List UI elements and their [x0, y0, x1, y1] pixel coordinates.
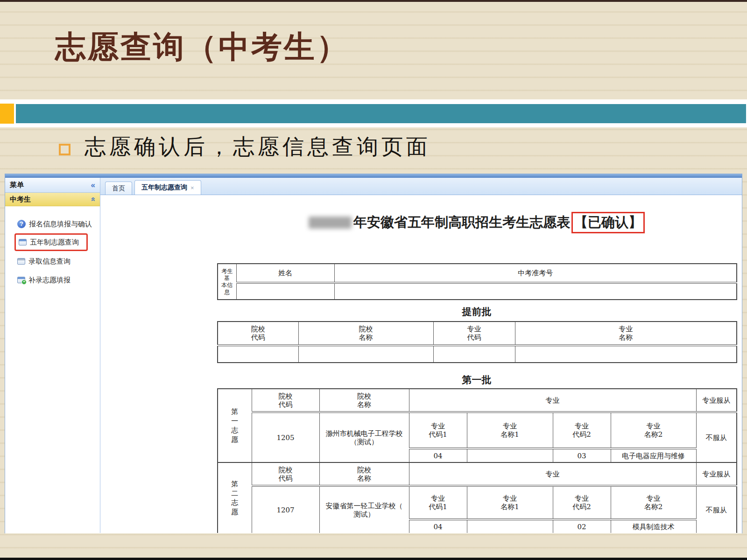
major-obey-header: 专业服从: [696, 389, 737, 412]
window-icon: [17, 258, 25, 265]
choice1-major-code2: 03: [553, 448, 611, 462]
choice2-label: 第 二 志 愿: [218, 462, 252, 533]
name-header-cell: 姓名: [236, 264, 334, 283]
major-name2-header: 专业 名称2: [611, 486, 696, 519]
major-name-header: 专业 名称: [515, 322, 737, 345]
major-name1-header: 专业 名称1: [467, 412, 553, 448]
choice2-major-code2: 02: [553, 519, 611, 533]
form-title: 年安徽省五年制高职招生考生志愿表: [353, 213, 570, 232]
tab-bar: 首页 五年制志愿查询 ×: [100, 178, 742, 195]
major-name2-header: 专业 名称2: [611, 412, 696, 448]
choice1-school-code: 1205: [252, 412, 319, 462]
choice2-obey-value: 不服从: [696, 486, 737, 533]
status-confirmed-badge: 【已确认】: [571, 212, 645, 233]
choice1-major-code1: 04: [409, 448, 467, 462]
sidebar-item-label: 报名信息填报与确认: [29, 220, 92, 229]
name-value-cell: [236, 283, 334, 300]
tab-label: 五年制志愿查询: [141, 183, 187, 192]
choice2-major-code1: 04: [409, 519, 467, 533]
tab-home[interactable]: 首页: [105, 182, 132, 195]
major-name1-header: 专业 名称1: [467, 486, 553, 519]
school-code-header: 院校 代码: [218, 322, 298, 345]
major-group-header: 专业: [409, 462, 696, 486]
school-name-header: 院校 名称: [319, 389, 409, 412]
school-code-header: 院校 代码: [252, 389, 319, 412]
bullet-square-icon: [59, 144, 70, 155]
form-window-icon: [19, 239, 27, 245]
sidebar-section-zhongkaosheng[interactable]: 中考生 «: [5, 193, 100, 206]
choice1-label: 第 一 志 愿: [218, 389, 252, 462]
divider-band: [0, 99, 747, 127]
form-content: 年安徽省五年制高职招生考生志愿表 【已确认】 考生基 本信息 姓名 中考准考号: [100, 195, 742, 533]
choice1-major-name1: [467, 448, 553, 462]
sidebar-item-luqu-chaxun[interactable]: 录取信息查询: [5, 252, 100, 271]
sidebar-header-label: 菜单: [10, 181, 24, 189]
tab-close-icon[interactable]: ×: [190, 184, 194, 191]
empty-cell: [515, 345, 737, 363]
first-batch-table: 第 一 志 愿 院校 代码 院校 名称 专业 专业服从 1205 滁州市机械电子…: [217, 388, 737, 533]
help-icon: [17, 220, 26, 228]
major-code2-header: 专业 代码2: [553, 412, 611, 448]
major-group-header: 专业: [409, 389, 696, 412]
school-name-header: 院校 名称: [319, 462, 409, 486]
first-batch-title: 第一批: [217, 373, 736, 386]
sidebar-item-label: 五年制志愿查询: [30, 238, 79, 247]
sidebar-header: 菜单 «: [5, 178, 100, 193]
sidebar-items: 报名信息填报与确认 五年制志愿查询 录取信息查询 补录志愿填报: [5, 206, 100, 289]
major-obey-header: 专业服从: [696, 462, 737, 486]
blurred-year: [309, 217, 352, 229]
bullet-row: 志愿确认后，志愿信息查询页面: [59, 133, 431, 161]
early-batch-title: 提前批: [217, 305, 736, 318]
sidebar-item-baoming[interactable]: 报名信息填报与确认: [5, 215, 100, 233]
major-code1-header: 专业 代码1: [409, 412, 467, 448]
choice2-school-code: 1207: [252, 486, 319, 533]
basic-side-header: 考生基 本信息: [218, 264, 236, 300]
sidebar-collapse-icon[interactable]: «: [91, 181, 95, 190]
form-title-row: 年安徽省五年制高职招生考生志愿表 【已确认】: [217, 212, 736, 233]
choice1-school-name: 滁州市机械电子工程学校 （测试）: [319, 412, 409, 462]
choice2-major-name1: [467, 519, 553, 533]
school-name-header: 院校 名称: [298, 322, 433, 345]
basic-info-table: 考生基 本信息 姓名 中考准考号: [217, 263, 737, 300]
app-screenshot: 菜单 « 中考生 « 报名信息填报与确认 五年制志愿查询 录取信息查询: [5, 174, 742, 533]
sidebar-item-label: 录取信息查询: [28, 257, 70, 266]
slide-top-border: [0, 0, 747, 2]
school-code-header: 院校 代码: [252, 462, 319, 486]
sidebar: 菜单 « 中考生 « 报名信息填报与确认 五年制志愿查询 录取信息查询: [5, 178, 100, 533]
sidebar-item-label: 补录志愿填报: [28, 276, 70, 285]
exam-no-header-cell: 中考准考号: [334, 264, 737, 283]
choice1-obey-value: 不服从: [696, 412, 737, 462]
major-code2-header: 专业 代码2: [553, 486, 611, 519]
tab-label: 首页: [112, 184, 125, 193]
choice1-major-name2: 电子电器应用与维修: [611, 448, 696, 462]
sidebar-item-wunianzhi-chaxun[interactable]: 五年制志愿查询: [14, 233, 88, 251]
major-code-header: 专业 代码: [433, 322, 515, 345]
empty-cell: [218, 345, 298, 363]
bullet-text: 志愿确认后，志愿信息查询页面: [85, 133, 431, 161]
divider-teal-bar: [16, 104, 746, 123]
early-batch-table: 院校 代码 院校 名称 专业 代码 专业 名称: [217, 321, 737, 363]
sidebar-item-bulu-tianbao[interactable]: 补录志愿填报: [5, 271, 100, 289]
choice2-school-name: 安徽省第一轻工业学校（ 测试）: [319, 486, 409, 533]
window-add-icon: [17, 277, 25, 283]
window-title-bar: [5, 174, 742, 178]
slide-bottom-border: [0, 558, 747, 560]
empty-cell: [298, 345, 433, 363]
section-collapse-icon[interactable]: «: [88, 197, 98, 201]
sidebar-section-label: 中考生: [10, 195, 31, 204]
major-code1-header: 专业 代码1: [409, 486, 467, 519]
slide-title: 志愿查询（中考生）: [55, 26, 349, 68]
main-pane: 首页 五年制志愿查询 × 年安徽省五年制高职招生考生志愿表 【已确认】: [100, 178, 742, 533]
exam-no-value-cell: [334, 283, 737, 300]
choice2-major-name2: 模具制造技术: [611, 519, 696, 533]
empty-cell: [433, 345, 515, 363]
tab-wunianzhi-chaxun[interactable]: 五年制志愿查询 ×: [134, 180, 201, 195]
divider-orange-block: [0, 104, 14, 124]
